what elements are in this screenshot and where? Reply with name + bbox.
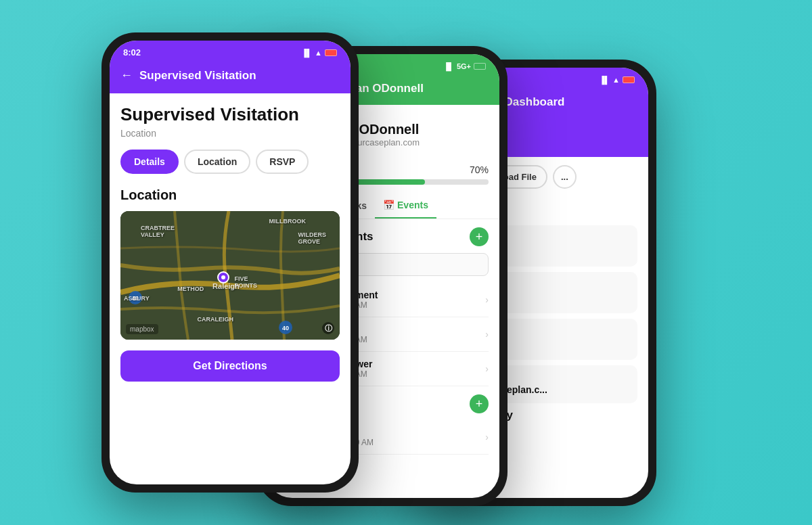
status-icons-right: ▐▌ ▲	[600, 76, 635, 84]
signal-middle: ▐▌	[443, 62, 454, 70]
map-container: 40 40 MILLBROOK CRABTREEVALLEY FIVEPOINT…	[120, 211, 340, 340]
wifi-icon: ▲	[315, 49, 322, 57]
status-bar-left: 8:02 ▐▌ ▲	[110, 41, 351, 62]
phone-left: 8:02 ▐▌ ▲ ← Supervised Visitation Superv…	[102, 32, 359, 493]
section-title-location: Location	[120, 187, 340, 203]
content-left: Supervised Visitation Location Details L…	[110, 93, 351, 392]
page-title-left: Supervised Visitation	[120, 104, 340, 125]
page-subtitle-left: Location	[120, 128, 340, 139]
past-chevron-1: ›	[485, 432, 489, 442]
back-button[interactable]: ←	[120, 68, 133, 83]
chevron-3: ›	[485, 363, 489, 374]
tab-buttons-left: Details Location RSVP	[120, 150, 340, 174]
city-crabtree: CRABTREEVALLEY	[141, 225, 175, 238]
time-left: 8:02	[123, 47, 141, 58]
status-icons-middle: ▐▌ 5G+	[443, 62, 486, 70]
map-info-icon: ⓘ	[322, 322, 334, 334]
battery-middle	[474, 63, 486, 70]
battery-icon	[325, 49, 337, 56]
tab-location[interactable]: Location	[184, 150, 250, 174]
progress-pct: 70%	[470, 164, 489, 175]
wifi-right: ▲	[612, 76, 620, 84]
signal-icon: ▐▌	[302, 49, 313, 57]
svg-point-6	[221, 275, 225, 279]
header-left: ← Supervised Visitation	[110, 62, 351, 93]
city-asbury: ASBURY	[124, 295, 150, 302]
add-event-button[interactable]: +	[470, 227, 489, 246]
chevron-1: ›	[485, 294, 489, 305]
phones-container: 8:02 ▐▌ ▲ ← Supervised Visitation Superv…	[102, 19, 710, 506]
status-icons-left: ▐▌ ▲	[302, 49, 337, 57]
add-past-button[interactable]: +	[470, 394, 489, 413]
city-millbrook: MILLBROOK	[269, 218, 307, 225]
5g-icon: 5G+	[457, 62, 471, 70]
battery-right	[623, 76, 635, 83]
city-raleigh: Raleigh	[212, 282, 240, 290]
tab-details[interactable]: Details	[120, 150, 179, 174]
tab-events[interactable]: 📅 Events	[375, 193, 436, 219]
city-caraleigh: CARALEIGH	[197, 316, 233, 323]
chevron-2: ›	[485, 329, 489, 340]
svg-text:40: 40	[282, 325, 289, 332]
more-button[interactable]: ...	[553, 165, 577, 189]
tab-rsvp[interactable]: RSVP	[256, 150, 309, 174]
header-title-left: Supervised Visitation	[139, 69, 256, 83]
city-method: METHOD	[177, 286, 204, 292]
mapbox-label: mapbox	[126, 324, 158, 334]
phone-left-screen: 8:02 ▐▌ ▲ ← Supervised Visitation Superv…	[110, 41, 351, 484]
signal-right: ▐▌	[600, 76, 610, 84]
get-directions-button[interactable]: Get Directions	[120, 350, 340, 382]
city-wilders: WILDERSGROVE	[298, 231, 327, 245]
map-bg: 40 40 MILLBROOK CRABTREEVALLEY FIVEPOINT…	[120, 211, 340, 340]
